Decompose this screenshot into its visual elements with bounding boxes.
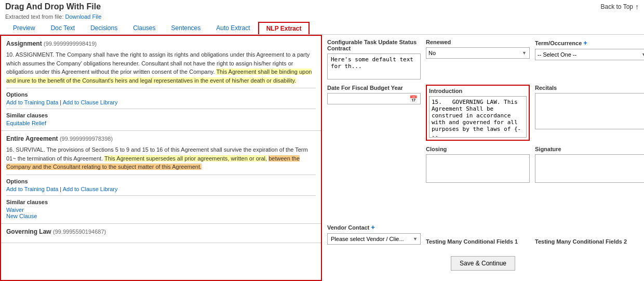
term-occurrence-label-text: Term/Occurrence bbox=[535, 40, 582, 46]
page-container: Drag And Drop With File Back to Top ↑ Ex… bbox=[0, 0, 644, 281]
options-label-1: Options bbox=[6, 91, 316, 98]
add-to-training-data-link-2[interactable]: Add to Training Data bbox=[6, 186, 58, 192]
clause-entire-agreement-score: (99.9999999978398) bbox=[60, 136, 113, 142]
vendor-contact-add-icon[interactable]: + bbox=[371, 223, 375, 231]
tab-sentences[interactable]: Sentences bbox=[164, 22, 209, 34]
recitals-label: Recitals bbox=[535, 85, 644, 91]
clause-assignment-name: Assignment bbox=[6, 40, 44, 47]
renewed-group: Renewed No Yes bbox=[426, 39, 530, 59]
similar-items-1: Equitable Relief bbox=[6, 120, 316, 126]
closing-group: Closing bbox=[426, 146, 530, 183]
introduction-group: Introduction 15. GOVERNING LAW. This Agr… bbox=[426, 85, 530, 141]
vendor-contact-group: Vendor Contact + Please select Vendor / … bbox=[327, 223, 421, 245]
term-occurrence-select[interactable]: -- Select One -- bbox=[535, 49, 644, 60]
add-to-clause-library-link-1[interactable]: Add to Clause Library bbox=[63, 99, 118, 105]
clause-entire-agreement: Entire Agreement (99.9999999978398) 16. … bbox=[1, 131, 321, 224]
options-links-1: Add to Training Data | Add to Clause Lib… bbox=[6, 99, 316, 105]
clause-entire-agreement-title: Entire Agreement (99.9999999978398) bbox=[6, 135, 316, 142]
tab-decisions[interactable]: Decisions bbox=[83, 22, 125, 34]
right-panel: Configurable Task Update Status Contract… bbox=[322, 35, 644, 281]
fiscal-date-group: Date For Fiscal Budget Year 📅 bbox=[327, 85, 421, 104]
introduction-textarea[interactable]: 15. GOVERNING LAW. This Agreement Shall … bbox=[429, 96, 527, 138]
vendor-contact-select-wrapper: Please select Vendor / Clie... bbox=[327, 233, 421, 245]
vendor-contact-label-text: Vendor Contact bbox=[327, 224, 369, 231]
tab-preview[interactable]: Preview bbox=[5, 22, 43, 34]
back-to-top-arrow-icon: ↑ bbox=[635, 3, 639, 11]
back-to-top-label: Back to Top bbox=[601, 3, 633, 10]
recitals-textarea[interactable] bbox=[535, 93, 644, 129]
main-content: Assignment (99.9999999998419) 10. ASSIGN… bbox=[0, 35, 644, 281]
clause-assignment-score: (99.9999999998419) bbox=[44, 41, 97, 47]
term-occurrence-select-wrapper: -- Select One -- bbox=[535, 49, 644, 60]
signature-group: Signature bbox=[535, 146, 644, 183]
back-to-top-button[interactable]: Back to Top ↑ bbox=[601, 3, 639, 11]
closing-textarea[interactable] bbox=[426, 154, 530, 183]
configurable-task-textarea[interactable]: Here's some default text for th... bbox=[327, 53, 421, 79]
file-info-label: Extracted text from file: bbox=[5, 14, 65, 20]
closing-label: Closing bbox=[426, 146, 530, 152]
similar-label-1: Similar clauses bbox=[6, 112, 316, 118]
testing-fields-2-label: Testing Many Conditional Fields 2 bbox=[535, 238, 644, 245]
clause-entire-agreement-name: Entire Agreement bbox=[6, 135, 60, 142]
options-label-2: Options bbox=[6, 178, 316, 184]
fiscal-date-input[interactable] bbox=[327, 93, 421, 104]
page-title: Drag And Drop With File bbox=[5, 2, 101, 11]
term-occurrence-add-icon[interactable]: + bbox=[583, 39, 587, 47]
signature-textarea[interactable] bbox=[535, 154, 644, 183]
similar-label-2: Similar clauses bbox=[6, 199, 316, 205]
top-header: Drag And Drop With File Back to Top ↑ bbox=[0, 0, 644, 12]
download-file-link[interactable]: Download File bbox=[65, 14, 102, 20]
testing-fields-1-label: Testing Many Conditional Fields 1 bbox=[426, 238, 530, 245]
file-info-bar: Extracted text from file: Download File bbox=[0, 12, 644, 21]
vendor-contact-select[interactable]: Please select Vendor / Clie... bbox=[327, 233, 421, 245]
term-occurrence-group: Term/Occurrence + -- Select One -- bbox=[535, 39, 644, 60]
divider bbox=[6, 88, 316, 88]
renewed-select-wrapper: No Yes bbox=[426, 47, 530, 59]
tab-doc-text[interactable]: Doc Text bbox=[43, 22, 83, 34]
clause-governing-law-title: Governing Law (99.9995590194687) bbox=[6, 228, 316, 235]
fiscal-date-wrapper: 📅 bbox=[327, 93, 421, 104]
save-continue-button[interactable]: Save & Continue bbox=[451, 256, 515, 271]
similar-waiver[interactable]: Waiver bbox=[6, 207, 316, 213]
similar-new-clause[interactable]: New Clause bbox=[6, 213, 316, 219]
divider3 bbox=[6, 175, 316, 175]
options-links-2: Add to Training Data | Add to Clause Lib… bbox=[6, 186, 316, 192]
left-panel: Assignment (99.9999999998419) 10. ASSIGN… bbox=[0, 35, 322, 281]
similar-equitable-relief[interactable]: Equitable Relief bbox=[6, 120, 316, 126]
calendar-icon[interactable]: 📅 bbox=[409, 95, 418, 103]
similar-items-2: Waiver New Clause bbox=[6, 207, 316, 219]
divider2 bbox=[6, 109, 316, 109]
recitals-group: Recitals bbox=[535, 85, 644, 129]
testing-fields-1-group: Testing Many Conditional Fields 1 bbox=[426, 238, 530, 245]
fiscal-date-label: Date For Fiscal Budget Year bbox=[327, 85, 421, 91]
tab-clauses[interactable]: Clauses bbox=[125, 22, 163, 34]
introduction-label: Introduction bbox=[429, 88, 527, 94]
clause-assignment: Assignment (99.9999999998419) 10. ASSIGN… bbox=[1, 36, 321, 131]
renewed-select[interactable]: No Yes bbox=[426, 47, 530, 59]
clause-governing-law-name: Governing Law bbox=[6, 228, 53, 235]
add-to-clause-library-link-2[interactable]: Add to Clause Library bbox=[63, 186, 118, 192]
tabs-bar: Preview Doc Text Decisions Clauses Sente… bbox=[0, 21, 644, 35]
tab-nlp-extract[interactable]: NLP Extract bbox=[258, 22, 310, 34]
tab-auto-extract[interactable]: Auto Extract bbox=[208, 22, 258, 34]
testing-fields-2-group: Testing Many Conditional Fields 2 bbox=[535, 238, 644, 245]
add-to-training-data-link-1[interactable]: Add to Training Data bbox=[6, 99, 58, 105]
clause-entire-agreement-text: 16. SURVIVAL. The provisions of Sections… bbox=[6, 145, 316, 171]
clause-assignment-text: 10. ASSIGNMENT. The Company shall have t… bbox=[6, 50, 316, 85]
signature-label: Signature bbox=[535, 146, 644, 152]
clause-governing-law: Governing Law (99.9995590194687) bbox=[1, 224, 321, 243]
renewed-label: Renewed bbox=[426, 39, 530, 45]
configurable-task-label: Configurable Task Update Status Contract bbox=[327, 39, 421, 51]
clause-governing-law-score: (99.9995590194687) bbox=[53, 229, 106, 235]
divider4 bbox=[6, 195, 316, 196]
clause-assignment-title: Assignment (99.9999999998419) bbox=[6, 40, 316, 47]
configurable-task-group: Configurable Task Update Status Contract… bbox=[327, 39, 421, 79]
term-occurrence-label: Term/Occurrence + bbox=[535, 39, 644, 47]
vendor-contact-label: Vendor Contact + bbox=[327, 223, 421, 231]
